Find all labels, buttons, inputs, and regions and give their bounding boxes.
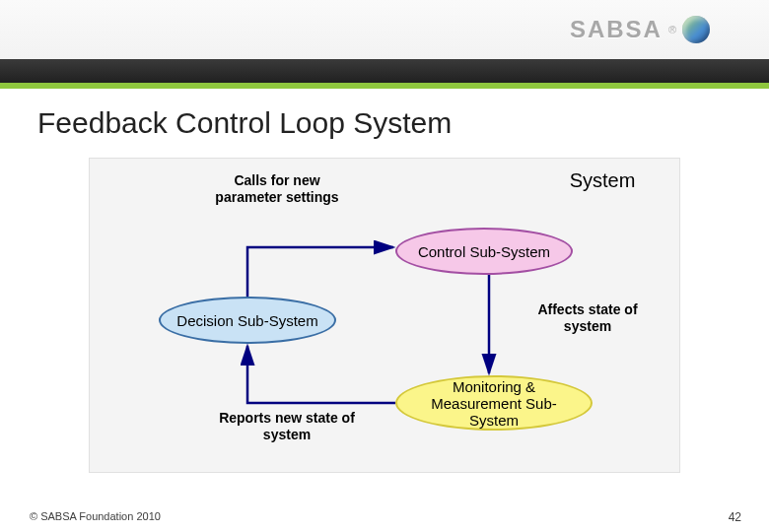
arrow-control-to-monitor: [479, 275, 499, 381]
label-calls: Calls for new parameter settings: [208, 172, 346, 206]
diagram-canvas: Calls for new parameter settings System …: [89, 158, 680, 473]
arrow-decision-to-control: [238, 218, 415, 306]
title-strip: [0, 59, 769, 89]
registered-mark: ®: [668, 24, 676, 35]
brand-text: SABSA: [570, 16, 663, 43]
slide-title: Feedback Control Loop System: [0, 89, 769, 140]
label-system: System: [563, 168, 642, 192]
page-number: 42: [729, 510, 741, 524]
monitor-subsystem-node: Monitoring & Measurement Sub-System: [395, 375, 593, 431]
footer-copyright: © SABSA Foundation 2010: [30, 510, 161, 522]
arrow-monitor-to-decision: [238, 341, 415, 420]
control-subsystem-node: Control Sub-System: [395, 228, 573, 275]
label-affects: Affects state of system: [524, 301, 652, 335]
brand-orb-icon: [682, 16, 710, 43]
green-underline: [0, 83, 769, 89]
brand-logo: SABSA ®: [570, 16, 710, 43]
